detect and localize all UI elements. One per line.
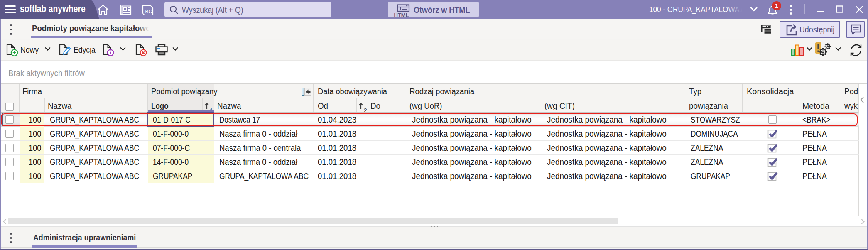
- svg-text:BC: BC: [145, 9, 152, 15]
- svg-text:HTML: HTML: [394, 12, 409, 18]
